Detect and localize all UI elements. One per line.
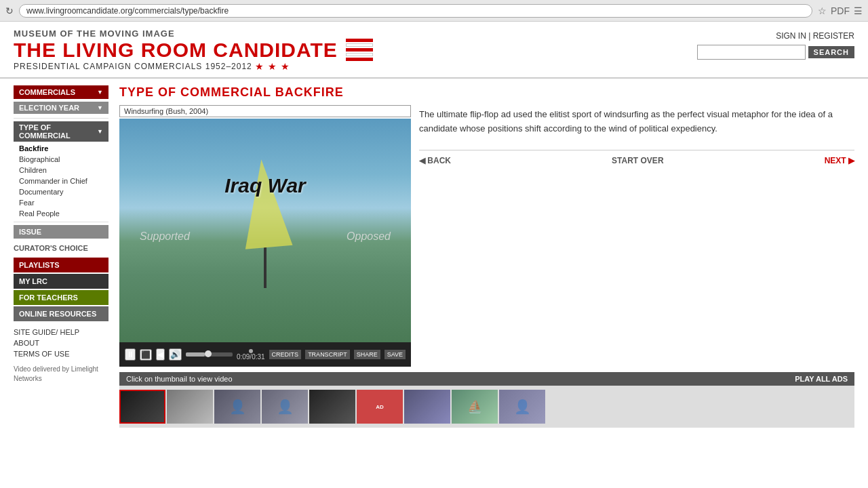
about-link[interactable]: ABOUT (14, 338, 108, 348)
url-bar[interactable]: www.livingroomcandidate.org/commercials/… (19, 4, 812, 18)
refresh-icon[interactable]: ↻ (5, 5, 14, 16)
sidebar-item-backfire[interactable]: Backfire (14, 143, 108, 154)
playlists-button[interactable]: PLAYLISTS (14, 258, 108, 272)
election-year-header[interactable]: ELECTION YEAR (14, 102, 108, 114)
save-button[interactable]: SAVE (384, 350, 406, 359)
sidebar-item-documentary[interactable]: Documentary (14, 186, 108, 197)
menu-icon[interactable]: ☰ (854, 5, 863, 16)
header-actions: SIGN IN | REGISTER SEARCH (697, 31, 854, 60)
site-guide-link[interactable]: SITE GUIDE/ HELP (14, 327, 108, 338)
header-branding: MUSEUM OF THE MOVING IMAGE THE LIVING RO… (14, 28, 373, 72)
auth-links: SIGN IN | REGISTER (776, 31, 854, 41)
rewind-button[interactable]: ◀ (156, 348, 165, 361)
curators-choice-section: CURATOR'S CHOICE (14, 241, 108, 255)
sidebar-issue-header[interactable]: ISSUE (14, 225, 108, 239)
sidebar-commercials-header[interactable]: COMMERCIALS (14, 85, 108, 99)
sidebar-item-biographical[interactable]: Biographical (14, 154, 108, 165)
progress-bar[interactable] (186, 352, 233, 357)
video-label: Windsurfing (Bush, 2004) (119, 105, 411, 117)
sidebar-item-children[interactable]: Children (14, 165, 108, 176)
iraq-war-text: Iraq War (224, 174, 306, 197)
stop-button[interactable]: ⬛ (140, 349, 152, 361)
my-lrc-button[interactable]: MY LRC (14, 274, 108, 289)
share-button[interactable]: SHARE (354, 350, 380, 359)
video-controls: ⏸ ⬛ ◀ 🔊 0:09/0:31 CREDITS TRANSCRIPT SHA… (119, 342, 411, 367)
video-description: The ultimate flip-flop ad used the eliti… (419, 105, 854, 139)
thumbnail-4[interactable]: 👤 (262, 390, 308, 424)
browser-chrome: ↻ www.livingroomcandidate.org/commercial… (0, 0, 868, 22)
site-title: THE LIVING ROOM CANDIDATE (14, 39, 373, 61)
description-panel: The ultimate flip-flop ad used the eliti… (419, 105, 854, 367)
volume-button[interactable]: 🔊 (169, 348, 182, 361)
video-frame[interactable]: Iraq War Supported Opposed (119, 119, 411, 342)
sidebar-item-commander[interactable]: Commander in Chief (14, 176, 108, 186)
pipe-separator: | (808, 31, 810, 41)
thumbnail-6[interactable]: AD (357, 390, 403, 424)
search-input[interactable] (697, 45, 806, 60)
search-button[interactable]: SEARCH (808, 46, 854, 58)
thumbnail-2[interactable] (167, 390, 213, 424)
site-subtitle: PRESIDENTIAL CAMPAIGN COMMERCIALS 1952–2… (14, 61, 373, 72)
thumbnail-1[interactable] (119, 390, 165, 424)
thumbnails-section: Click on thumbnail to view video PLAY AL… (119, 372, 854, 428)
sidebar-item-fear[interactable]: Fear (14, 197, 108, 208)
register-link[interactable]: REGISTER (813, 31, 854, 41)
flag-icon (346, 39, 373, 61)
thumbnail-3[interactable]: 👤 (214, 390, 260, 424)
video-delivered-note: Video delivered by Limelight Networks (14, 365, 108, 384)
for-teachers-button[interactable]: FOR TEACHERS (14, 290, 108, 305)
supported-text: Supported (140, 230, 190, 243)
pause-button[interactable]: ⏸ (125, 348, 136, 361)
credits-button[interactable]: CREDITS (269, 350, 302, 359)
site-header: MUSEUM OF THE MOVING IMAGE THE LIVING RO… (0, 22, 868, 79)
nav-buttons: ◀ BACK START OVER NEXT ▶ (419, 150, 854, 165)
museum-name: MUSEUM OF THE MOVING IMAGE (14, 28, 373, 39)
opposed-text: Opposed (347, 230, 391, 243)
bookmark-icon[interactable]: ☆ (818, 5, 827, 16)
thumbnails-label: Click on thumbnail to view video (126, 375, 233, 383)
play-all-button[interactable]: PLAY ALL ADS (795, 375, 848, 383)
video-desc-row: Windsurfing (Bush, 2004) Iraq War Suppor… (119, 105, 854, 367)
election-year-section: ELECTION YEAR (14, 99, 108, 119)
video-section: Windsurfing (Bush, 2004) Iraq War Suppor… (119, 105, 411, 367)
thumbnail-9[interactable]: 👤 (499, 390, 545, 424)
back-button[interactable]: ◀ BACK (419, 156, 451, 165)
issue-section: ISSUE (14, 225, 108, 239)
thumbnail-7[interactable] (404, 390, 450, 424)
page-title: TYPE OF COMMERCIAL BACKFIRE (119, 85, 854, 100)
thumbnails-header: Click on thumbnail to view video PLAY AL… (119, 372, 854, 386)
thumbnail-8[interactable]: ⛵ (452, 390, 498, 424)
transcript-button[interactable]: TRANSCRIPT (305, 350, 350, 359)
sidebar-item-real-people[interactable]: Real People (14, 208, 108, 219)
content-area: TYPE OF COMMERCIAL BACKFIRE Windsurfing … (119, 85, 854, 428)
thumbnail-5[interactable] (309, 390, 355, 424)
start-over-button[interactable]: START OVER (612, 156, 663, 165)
thumbnails-row: 👤 👤 AD ⛵ 👤 (119, 386, 854, 428)
type-of-commercial-section: TYPE OF COMMERCIAL Backfire Biographical… (14, 119, 108, 222)
search-bar: SEARCH (697, 45, 854, 60)
curators-choice-label: CURATOR'S CHOICE (14, 241, 108, 255)
sidebar: COMMERCIALS ELECTION YEAR TYPE OF COMMER… (14, 85, 108, 428)
time-display: 0:09/0:31 (237, 353, 265, 361)
type-of-commercial-header[interactable]: TYPE OF COMMERCIAL (14, 121, 108, 142)
next-button[interactable]: NEXT ▶ (825, 156, 854, 165)
sign-in-link[interactable]: SIGN IN (776, 31, 806, 41)
main-layout: COMMERCIALS ELECTION YEAR TYPE OF COMMER… (0, 79, 868, 434)
terms-link[interactable]: TERMS OF USE (14, 348, 108, 359)
footer-links: SITE GUIDE/ HELP ABOUT TERMS OF USE (14, 327, 108, 359)
online-resources-button[interactable]: ONLINE RESOURCES (14, 306, 108, 321)
pdf-icon[interactable]: PDF (831, 5, 850, 16)
